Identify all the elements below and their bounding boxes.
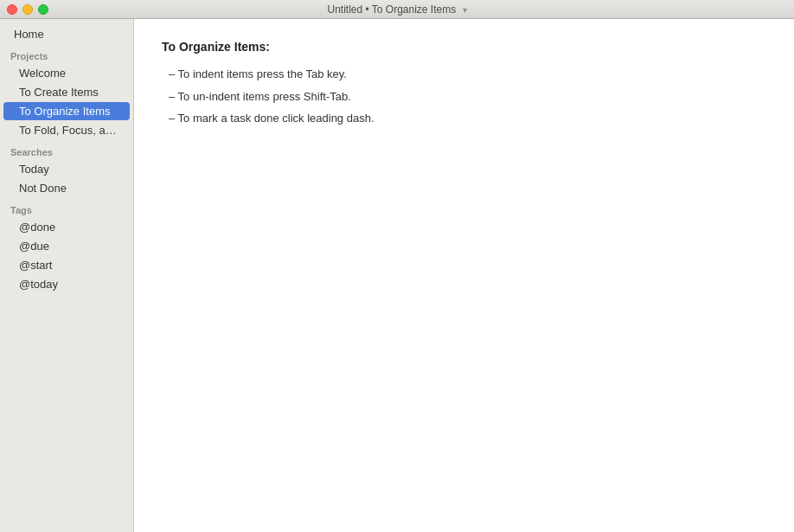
- window-title-text: Untitled • To Organize Items: [327, 3, 456, 16]
- sidebar-section-searches: Searches: [0, 140, 133, 159]
- sidebar-item-home[interactable]: Home: [3, 25, 130, 43]
- titlebar: Untitled • To Organize Items ▾: [0, 0, 794, 19]
- sidebar-item-tag-done[interactable]: @done: [3, 218, 130, 236]
- sidebar-item-tag-start[interactable]: @start: [3, 256, 130, 274]
- doc-item-3: To mark a task done click leading dash.: [162, 110, 766, 127]
- sidebar-item-not-done[interactable]: Not Done: [3, 179, 130, 197]
- sidebar-item-tag-today[interactable]: @today: [3, 275, 130, 293]
- maximize-button[interactable]: [38, 4, 48, 15]
- sidebar-section-tags: Tags: [0, 198, 133, 217]
- doc-title: To Organize Items:: [162, 40, 766, 54]
- close-button[interactable]: [7, 4, 17, 15]
- sidebar-item-welcome[interactable]: Welcome: [3, 64, 130, 82]
- titlebar-chevron-icon[interactable]: ▾: [463, 5, 467, 15]
- sidebar-item-tag-due[interactable]: @due: [3, 237, 130, 255]
- content-area: To Organize Items: To indent items press…: [134, 19, 794, 532]
- sidebar-item-to-fold-focus[interactable]: To Fold, Focus, a…: [3, 121, 130, 139]
- minimize-button[interactable]: [22, 4, 33, 15]
- main-layout: Home Projects Welcome To Create Items To…: [0, 19, 794, 532]
- sidebar-item-to-organize-items[interactable]: To Organize Items: [3, 102, 130, 120]
- sidebar-item-to-create-items[interactable]: To Create Items: [3, 83, 130, 101]
- traffic-lights: [7, 4, 48, 15]
- sidebar-section-projects: Projects: [0, 44, 133, 63]
- doc-item-2: To un-indent items press Shift-Tab.: [162, 88, 766, 106]
- window-title: Untitled • To Organize Items ▾: [327, 3, 466, 16]
- sidebar-item-today[interactable]: Today: [3, 160, 130, 178]
- doc-item-1: To indent items press the Tab key.: [162, 66, 766, 83]
- sidebar: Home Projects Welcome To Create Items To…: [0, 19, 134, 532]
